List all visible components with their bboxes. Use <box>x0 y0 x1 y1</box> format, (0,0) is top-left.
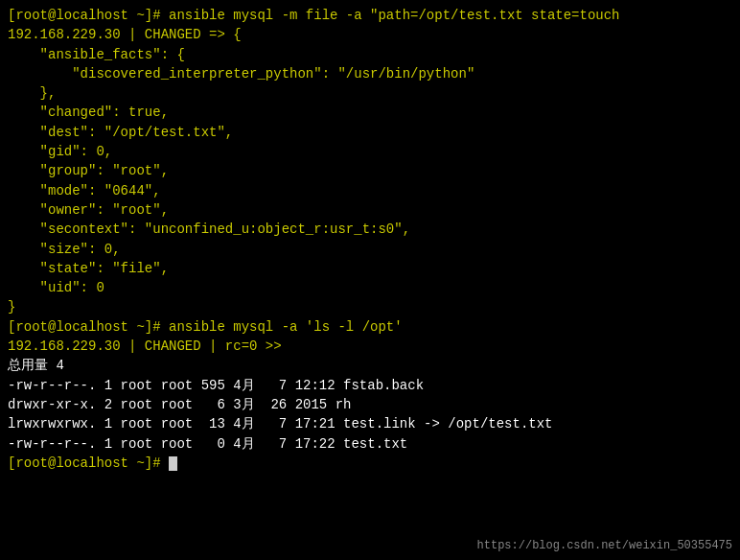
terminal-text: "discovered_interpreter_python": "/usr/b… <box>8 66 474 82</box>
terminal-line: "discovered_interpreter_python": "/usr/b… <box>8 64 732 83</box>
terminal-line: "dest": "/opt/test.txt", <box>8 123 732 142</box>
terminal-line: 192.168.229.30 | CHANGED | rc=0 >> <box>8 337 732 356</box>
terminal-line: drwxr-xr-x. 2 root root 6 3月 26 2015 rh <box>8 395 732 414</box>
terminal-text: "owner": "root", <box>8 202 169 218</box>
terminal-line: "secontext": "unconfined_u:object_r:usr_… <box>8 220 732 239</box>
terminal-content: [root@localhost ~]# ansible mysql -m fil… <box>8 6 732 473</box>
terminal-line: -rw-r--r--. 1 root root 0 4月 7 17:22 tes… <box>8 434 732 454</box>
terminal-window: [root@localhost ~]# ansible mysql -m fil… <box>0 0 740 560</box>
terminal-text: } <box>8 299 15 315</box>
terminal-text: "changed": true, <box>8 105 169 120</box>
terminal-line: "changed": true, <box>8 103 732 122</box>
terminal-text: drwxr-xr-x. 2 root root 6 3月 26 2015 rh <box>8 397 351 412</box>
terminal-line: "size": 0, <box>8 240 732 259</box>
terminal-text: [root@localhost ~]# ansible mysql -m fil… <box>8 8 620 23</box>
terminal-text: [root@localhost ~]# <box>8 455 169 471</box>
terminal-text: "uid": 0 <box>8 280 104 295</box>
terminal-text: "dest": "/opt/test.txt", <box>8 125 233 140</box>
terminal-line: [root@localhost ~]# ansible mysql -a 'ls… <box>8 317 732 337</box>
terminal-text: "ansible_facts": { <box>8 47 185 62</box>
terminal-line: -rw-r--r--. 1 root root 595 4月 7 12:12 f… <box>8 376 732 395</box>
watermark: https://blog.csdn.net/weixin_50355475 <box>477 538 732 554</box>
terminal-text: 192.168.229.30 | CHANGED | rc=0 >> <box>8 338 282 354</box>
terminal-line: lrwxrwxrwx. 1 root root 13 4月 7 17:21 te… <box>8 414 732 433</box>
terminal-text: "state": "file", <box>8 261 169 276</box>
terminal-line: 总用量 4 <box>8 356 732 375</box>
terminal-line: [root@localhost ~]# <box>8 454 732 473</box>
terminal-text: [root@localhost ~]# ansible mysql -a 'ls… <box>8 319 403 335</box>
terminal-text: -rw-r--r--. 1 root root 0 4月 7 17:22 tes… <box>8 436 407 452</box>
terminal-line: "gid": 0, <box>8 142 732 161</box>
terminal-text: "gid": 0, <box>8 144 112 159</box>
terminal-line: } <box>8 297 732 316</box>
terminal-line: "uid": 0 <box>8 278 732 297</box>
terminal-line: "mode": "0644", <box>8 181 732 200</box>
terminal-text: "mode": "0644", <box>8 183 161 198</box>
terminal-line: }, <box>8 83 732 103</box>
terminal-text: "secontext": "unconfined_u:object_r:usr_… <box>8 222 410 237</box>
terminal-text: 总用量 4 <box>8 358 64 373</box>
terminal-text: }, <box>8 85 56 101</box>
terminal-text: lrwxrwxrwx. 1 root root 13 4月 7 17:21 te… <box>8 416 553 432</box>
terminal-line: [root@localhost ~]# ansible mysql -m fil… <box>8 6 732 25</box>
terminal-line: "group": "root", <box>8 161 732 180</box>
terminal-line: "owner": "root", <box>8 200 732 220</box>
terminal-line: "ansible_facts": { <box>8 45 732 64</box>
terminal-text: "group": "root", <box>8 163 169 178</box>
terminal-line: 192.168.229.30 | CHANGED => { <box>8 25 732 44</box>
terminal-line: "state": "file", <box>8 259 732 278</box>
terminal-text: -rw-r--r--. 1 root root 595 4月 7 12:12 f… <box>8 378 424 393</box>
terminal-text: "size": 0, <box>8 242 121 257</box>
terminal-text: 192.168.229.30 | CHANGED => { <box>8 27 242 42</box>
terminal-cursor <box>169 456 177 471</box>
